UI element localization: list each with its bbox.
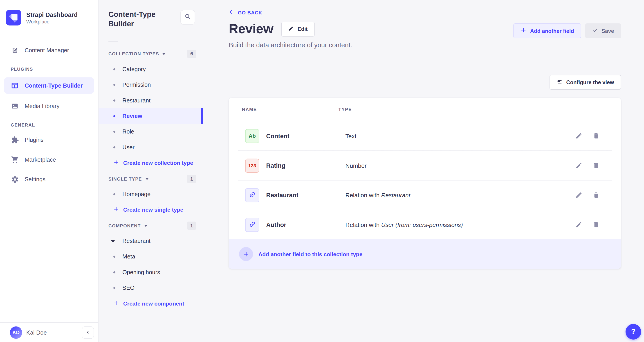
- page-subtitle: Build the data architecture of your cont…: [229, 42, 352, 49]
- sidebar-item-media-library[interactable]: Media Library: [4, 99, 94, 114]
- add-field-to-collection-button[interactable]: Add another field to this collection typ…: [229, 239, 621, 269]
- pen-icon: [10, 46, 19, 55]
- single-item-homepage[interactable]: Homepage: [98, 186, 203, 202]
- component-item-restaurant[interactable]: Restaurant: [98, 233, 203, 249]
- search-icon: [184, 13, 191, 21]
- configure-view-button[interactable]: Configure the view: [550, 75, 621, 90]
- edit-field-button[interactable]: [575, 221, 582, 228]
- plus-icon: [113, 159, 119, 166]
- group-label: COMPONENT: [108, 223, 141, 228]
- collection-item-role[interactable]: Role: [98, 124, 203, 139]
- sidebar-section-plugins: PLUGINS: [4, 67, 94, 72]
- row-actions: [575, 162, 600, 169]
- table-header: NAME TYPE: [229, 98, 621, 121]
- delete-field-button[interactable]: [592, 162, 600, 169]
- number-field-badge: 123: [245, 159, 259, 172]
- sidebar-nav: Content Manager PLUGINS Content-Type Bui…: [0, 43, 98, 187]
- create-component-link[interactable]: Create new component: [98, 296, 203, 311]
- collapse-sidebar-button[interactable]: [82, 326, 94, 339]
- title-divider: [108, 41, 118, 42]
- collection-item-restaurant[interactable]: Restaurant: [98, 93, 203, 108]
- table-row-restaurant[interactable]: Restaurant Relation with Restaurant: [229, 180, 621, 210]
- header-actions: Add another field Save: [513, 24, 621, 38]
- plus-icon: [113, 300, 119, 307]
- sidebar-item-marketplace[interactable]: Marketplace: [4, 152, 94, 167]
- field-name: Content: [266, 132, 345, 139]
- bullet-icon: [113, 256, 116, 258]
- search-button[interactable]: [180, 10, 195, 25]
- single-type-count-badge: 1: [187, 175, 196, 183]
- edit-field-button[interactable]: [575, 191, 582, 199]
- filter-lines-icon: [556, 79, 562, 86]
- go-back-link[interactable]: GO BACK: [229, 9, 262, 16]
- caret-down-icon: [145, 178, 149, 180]
- collection-item-permission[interactable]: Permission: [98, 77, 203, 92]
- item-label: User: [122, 144, 134, 150]
- item-label: Restaurant: [122, 97, 150, 104]
- app-window: Strapi Dashboard Workplace Content Manag…: [0, 0, 644, 342]
- group-label: SINGLE TYPE: [108, 176, 142, 181]
- component-item-seo[interactable]: SEO: [98, 280, 203, 295]
- text-field-badge: Ab: [245, 129, 259, 143]
- user-name: Kai Doe: [26, 329, 78, 336]
- avatar: KD: [10, 326, 22, 339]
- sidebar-item-settings[interactable]: Settings: [4, 172, 94, 187]
- item-label: Category: [122, 66, 146, 72]
- collection-types-header[interactable]: COLLECTION TYPES 6: [108, 49, 196, 59]
- brand-text: Strapi Dashboard Workplace: [26, 11, 78, 25]
- component-count-badge: 1: [187, 222, 196, 230]
- sidebar-item-label: Plugins: [25, 136, 44, 143]
- save-button[interactable]: Save: [585, 24, 621, 38]
- delete-field-button[interactable]: [592, 221, 600, 228]
- brand-divider: [0, 35, 98, 35]
- page-title-row: Review Edit: [229, 21, 315, 37]
- sidebar-item-plugins[interactable]: Plugins: [4, 132, 94, 147]
- sidebar-item-content-type-builder[interactable]: Content-Type Builder: [4, 77, 94, 94]
- sidebar-item-label: Content-Type Builder: [25, 82, 83, 89]
- plus-icon: [113, 206, 119, 213]
- bullet-icon: [113, 100, 116, 102]
- add-another-field-button[interactable]: Add another field: [513, 24, 581, 38]
- delete-field-button[interactable]: [592, 132, 600, 140]
- caret-down-icon: [162, 53, 166, 55]
- component-item-opening-hours[interactable]: Opening hours: [98, 264, 203, 280]
- row-actions: [575, 191, 600, 199]
- stage: Strapi Dashboard Workplace Content Manag…: [0, 0, 644, 342]
- help-button[interactable]: ?: [626, 324, 641, 339]
- edit-field-button[interactable]: [575, 132, 582, 140]
- bullet-icon: [113, 271, 116, 273]
- check-icon: [592, 27, 598, 34]
- collection-item-review[interactable]: Review: [98, 108, 203, 124]
- collection-item-user[interactable]: User: [98, 139, 203, 155]
- item-label: Role: [122, 128, 134, 135]
- component-header[interactable]: COMPONENT 1: [108, 221, 196, 231]
- sidebar: Strapi Dashboard Workplace Content Manag…: [0, 0, 98, 342]
- sidebar-item-content-manager[interactable]: Content Manager: [4, 43, 94, 58]
- edit-field-button[interactable]: [575, 162, 582, 169]
- bullet-icon: [113, 115, 116, 117]
- delete-field-button[interactable]: [592, 191, 600, 199]
- create-collection-type-link[interactable]: Create new collection type: [98, 155, 203, 170]
- table-row-content[interactable]: Ab Content Text: [229, 121, 621, 151]
- brand: Strapi Dashboard Workplace: [0, 0, 98, 29]
- collection-types-list: Category Permission Restaurant Review Ro…: [98, 61, 203, 155]
- arrow-left-icon: [229, 9, 234, 16]
- table-row-rating[interactable]: 123 Rating Number: [229, 150, 621, 180]
- create-single-type-link[interactable]: Create new single type: [98, 202, 203, 217]
- create-link-label: Create new single type: [123, 207, 183, 213]
- row-actions: [575, 221, 600, 228]
- single-type-header[interactable]: SINGLE TYPE 1: [108, 174, 196, 184]
- grid-icon: [10, 82, 19, 90]
- field-name: Restaurant: [266, 192, 345, 199]
- component-item-meta[interactable]: Meta: [98, 249, 203, 264]
- collection-item-category[interactable]: Category: [98, 61, 203, 77]
- relation-field-badge: [245, 218, 259, 232]
- sidebar-section-general: GENERAL: [4, 123, 94, 127]
- table-row-author[interactable]: Author Relation with User (from: users-p…: [229, 210, 621, 239]
- image-icon: [10, 102, 19, 110]
- sidebar-footer: KD Kai Doe: [0, 322, 98, 342]
- app-title: Strapi Dashboard: [26, 11, 78, 19]
- sidebar-item-label: Content Manager: [25, 47, 69, 53]
- bullet-icon: [113, 146, 116, 148]
- edit-button[interactable]: Edit: [282, 22, 315, 37]
